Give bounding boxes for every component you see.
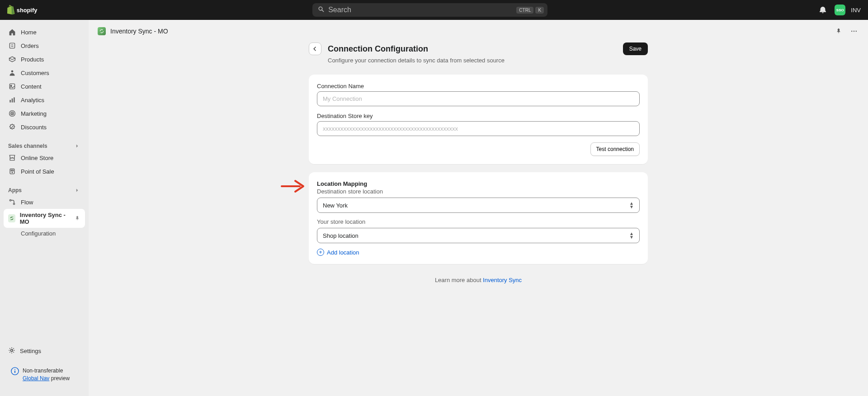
app-icon xyxy=(98,27,106,35)
nav-marketing-label: Marketing xyxy=(21,110,47,117)
svg-rect-6 xyxy=(12,99,13,103)
store-avatar[interactable]: SSO xyxy=(835,5,845,15)
nav-orders[interactable]: Orders xyxy=(4,39,85,52)
content-icon xyxy=(8,82,16,90)
pin-page-button[interactable] xyxy=(834,26,844,36)
nav-pos-label: Point of Sale xyxy=(21,168,54,175)
nav-settings[interactable]: Settings xyxy=(4,343,85,359)
svg-rect-11 xyxy=(10,169,14,174)
svg-point-13 xyxy=(12,172,13,173)
your-location-value: Shop location xyxy=(323,232,359,239)
preview-notice: Non-transferable Global Nav preview xyxy=(5,363,83,387)
nav-pos[interactable]: Point of Sale xyxy=(4,165,85,178)
back-button[interactable] xyxy=(309,42,321,55)
nav-marketing[interactable]: Marketing xyxy=(4,107,85,120)
pin-icon[interactable] xyxy=(74,215,80,222)
plus-circle-icon: + xyxy=(317,249,324,256)
destination-location-label: Destination store location xyxy=(317,188,640,195)
nav-customers[interactable]: Customers xyxy=(4,66,85,80)
nav-products-label: Products xyxy=(21,56,44,63)
flow-icon xyxy=(8,198,16,206)
svg-rect-12 xyxy=(11,170,14,171)
products-icon xyxy=(8,55,16,63)
preview-link[interactable]: Global Nav xyxy=(23,375,49,382)
svg-point-18 xyxy=(14,369,15,370)
test-connection-button[interactable]: Test connection xyxy=(590,142,640,156)
pos-icon xyxy=(8,167,16,175)
annotation-arrow xyxy=(281,179,306,196)
svg-point-16 xyxy=(11,349,13,352)
nav-online-store-label: Online Store xyxy=(21,155,53,161)
preview-line1: Non-transferable xyxy=(23,367,70,375)
gear-icon xyxy=(8,347,15,355)
svg-point-10 xyxy=(12,113,13,114)
nav-discounts-label: Discounts xyxy=(21,124,47,131)
nav-content[interactable]: Content xyxy=(4,80,85,93)
kbd-ctrl: CTRL xyxy=(516,7,533,14)
connection-name-input[interactable] xyxy=(317,91,640,106)
analytics-icon xyxy=(8,96,16,104)
nav-products[interactable]: Products xyxy=(4,52,85,66)
discounts-icon xyxy=(8,123,16,131)
learn-more-prefix: Learn more about xyxy=(435,277,483,283)
global-search[interactable]: Search CTRL K xyxy=(312,3,547,17)
apps-label: Apps xyxy=(8,187,22,193)
nav-configuration[interactable]: Configuration xyxy=(4,228,85,239)
nav-customers-label: Customers xyxy=(21,70,49,76)
inventory-sync-app-icon xyxy=(8,214,15,222)
nav-orders-label: Orders xyxy=(21,42,39,49)
destination-key-input[interactable] xyxy=(317,121,640,136)
nav-online-store[interactable]: Online Store xyxy=(4,151,85,165)
svg-point-20 xyxy=(851,31,852,32)
search-placeholder-text: Search xyxy=(328,6,351,14)
nav-settings-label: Settings xyxy=(20,348,41,354)
more-actions-button[interactable] xyxy=(849,26,859,36)
page-subtitle: Configure your connection details to syn… xyxy=(328,57,648,64)
nav-analytics[interactable]: Analytics xyxy=(4,93,85,107)
select-arrows-icon: ▲▼ xyxy=(629,232,634,239)
learn-more-footer: Learn more about Inventory Sync xyxy=(309,277,648,283)
orders-icon xyxy=(8,42,16,50)
destination-location-select[interactable]: New York ▲▼ xyxy=(317,198,640,213)
nav-home[interactable]: Home xyxy=(4,25,85,39)
kbd-k: K xyxy=(535,7,544,14)
store-icon xyxy=(8,154,16,162)
nav-analytics-label: Analytics xyxy=(21,97,44,104)
sales-channels-label: Sales channels xyxy=(8,143,47,149)
nav-inventory-sync-app[interactable]: Inventory Sync - MO xyxy=(4,209,85,228)
info-icon xyxy=(11,367,19,375)
store-name-abbr[interactable]: INV xyxy=(851,7,861,14)
breadcrumb-app-name: Inventory Sync - MO xyxy=(110,28,168,35)
chevron-right-icon[interactable] xyxy=(74,187,80,193)
shopify-logo[interactable]: shopify xyxy=(7,5,43,15)
page-title: Connection Configuration xyxy=(328,44,428,54)
nav-flow[interactable]: Flow xyxy=(4,195,85,209)
marketing-icon xyxy=(8,109,16,118)
nav-flow-label: Flow xyxy=(21,199,33,206)
svg-point-22 xyxy=(856,31,857,32)
svg-point-21 xyxy=(854,31,854,32)
add-location-button[interactable]: + Add location xyxy=(317,249,640,256)
learn-more-link[interactable]: Inventory Sync xyxy=(483,277,522,283)
search-icon xyxy=(318,6,325,14)
nav-home-label: Home xyxy=(21,29,37,36)
svg-rect-5 xyxy=(9,100,10,103)
notifications-button[interactable] xyxy=(816,4,829,16)
nav-discounts[interactable]: Discounts xyxy=(4,120,85,134)
your-location-select[interactable]: Shop location ▲▼ xyxy=(317,228,640,243)
your-location-label: Your store location xyxy=(317,218,640,225)
nav-inventory-sync-label: Inventory Sync - MO xyxy=(20,212,70,225)
svg-rect-7 xyxy=(14,97,14,102)
connection-name-label: Connection Name xyxy=(317,83,640,90)
chevron-right-icon[interactable] xyxy=(74,143,80,149)
svg-point-14 xyxy=(9,199,11,201)
preview-line2: preview xyxy=(49,375,70,382)
nav-content-label: Content xyxy=(21,83,42,90)
nav-configuration-label: Configuration xyxy=(21,230,56,237)
save-button[interactable]: Save xyxy=(623,42,648,55)
apps-header: Apps xyxy=(4,184,85,195)
destination-key-label: Destination Store key xyxy=(317,113,640,119)
select-arrows-icon: ▲▼ xyxy=(629,202,634,209)
add-location-label: Add location xyxy=(327,249,359,256)
svg-point-2 xyxy=(11,70,14,72)
